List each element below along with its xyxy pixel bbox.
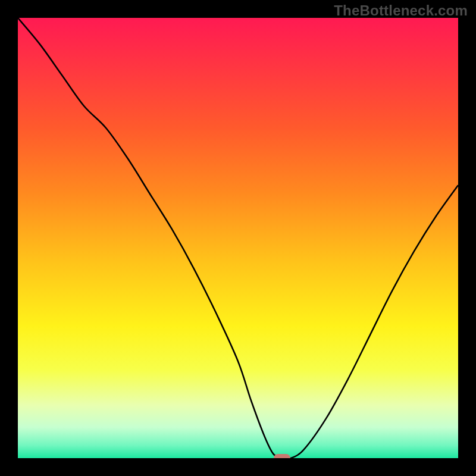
bottleneck-curve [18, 18, 458, 458]
watermark-text: TheBottleneck.com [334, 2, 468, 19]
optimal-marker [274, 454, 290, 458]
chart-frame: TheBottleneck.com [0, 0, 476, 476]
plot-area [18, 18, 458, 458]
